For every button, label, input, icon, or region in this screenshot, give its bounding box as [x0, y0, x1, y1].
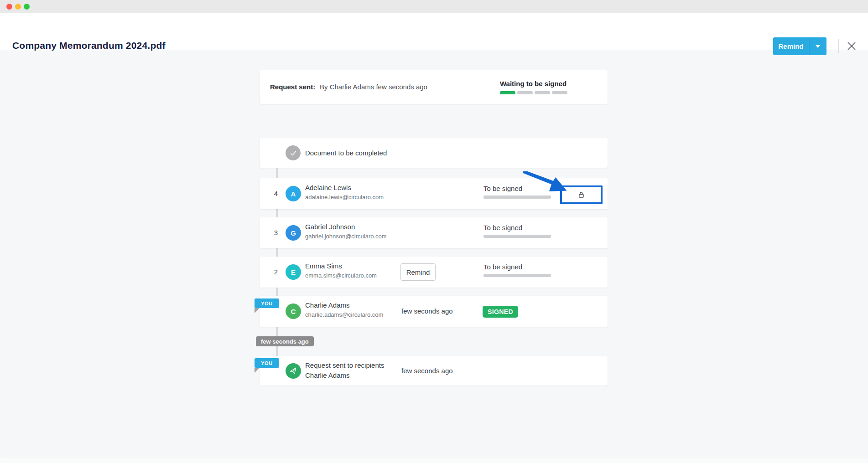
pointer-arrow	[523, 171, 568, 192]
check-circle-icon	[286, 145, 301, 160]
page-title: Company Memorandum 2024.pdf	[12, 40, 166, 51]
chevron-down-icon	[816, 45, 820, 48]
recipient-progress-bar	[483, 235, 551, 238]
you-badge-tail	[255, 308, 260, 313]
close-traffic-light[interactable]	[6, 4, 12, 10]
recipient-name: Emma Sims	[305, 262, 342, 270]
maximize-traffic-light[interactable]	[24, 4, 30, 10]
request-sent-info: By Charlie Adams few seconds ago	[320, 83, 427, 91]
sent-event-subtitle: Charlie Adams	[305, 371, 350, 379]
window-titlebar	[0, 0, 868, 13]
recipient-progress-bar	[483, 274, 551, 277]
recipient-order: 2	[271, 268, 281, 276]
progress-segment	[517, 91, 533, 94]
lock-icon	[577, 191, 585, 199]
recipient-status: To be signed	[483, 185, 522, 192]
progress-segment	[535, 91, 550, 94]
remind-dropdown-button[interactable]	[809, 37, 826, 55]
sent-event-time: few seconds ago	[401, 367, 453, 375]
avatar: A	[286, 186, 301, 201]
recipient-name: Charlie Adams	[305, 301, 350, 309]
you-badge: YOU	[255, 298, 279, 308]
recipient-row-emma: 2 E Emma Sims emma.sims@circularo.com Re…	[260, 257, 608, 288]
avatar: E	[286, 264, 301, 280]
recipient-email: gabriel.johnson@circularo.com	[305, 233, 387, 240]
avatar: G	[286, 225, 301, 241]
minimize-traffic-light[interactable]	[15, 4, 21, 10]
you-badge-tail	[255, 368, 260, 373]
recipient-progress-bar	[483, 195, 551, 199]
close-button[interactable]	[846, 41, 858, 52]
document-header: Company Memorandum 2024.pdf Remind	[0, 13, 868, 50]
remind-split-button: Remind	[773, 37, 826, 55]
recipient-email: adalaine.lewis@circularo.com	[305, 194, 384, 201]
recipient-status: To be signed	[483, 224, 522, 232]
recipient-order: 4	[271, 190, 281, 197]
avatar: C	[286, 304, 301, 319]
recipient-row-gabriel: 3 G Gabriel Johnson gabriel.johnson@circ…	[260, 217, 608, 248]
recipient-name: Adelaine Lewis	[305, 184, 351, 191]
request-summary-card: Request sent: By Charlie Adams few secon…	[260, 70, 608, 104]
recipient-email: emma.sims@circularo.com	[305, 272, 377, 279]
progress-segment	[552, 91, 567, 94]
recipient-order: 3	[271, 229, 281, 237]
waiting-status-title: Waiting to be signed	[500, 80, 567, 87]
header-divider	[838, 39, 839, 53]
window-bottom-edge	[0, 458, 868, 463]
request-sent-label: Request sent:	[270, 83, 315, 91]
remind-button[interactable]: Remind	[773, 37, 809, 55]
recipient-row-charlie: C Charlie Adams charlie.adams@circularo.…	[260, 296, 608, 327]
document-step-label: Document to be completed	[305, 149, 387, 157]
recipient-status: To be signed	[483, 263, 522, 271]
document-step-card: Document to be completed	[260, 138, 608, 168]
send-icon	[286, 363, 301, 379]
elapsed-time-badge: few seconds ago	[256, 336, 314, 346]
recipient-name: Gabriel Johnson	[305, 223, 355, 231]
signed-time: few seconds ago	[401, 307, 453, 315]
remind-recipient-button[interactable]: Remind	[400, 263, 436, 281]
signing-progress-bar	[500, 91, 567, 94]
request-sent-event-card: Request sent to recipients Charlie Adams…	[260, 356, 608, 386]
recipient-email: charlie.adams@circularo.com	[305, 311, 383, 318]
you-badge: YOU	[255, 358, 279, 368]
close-icon	[846, 41, 857, 51]
progress-segment	[500, 91, 515, 94]
sent-event-title: Request sent to recipients	[305, 361, 384, 369]
signed-status-badge: SIGNED	[483, 306, 518, 318]
